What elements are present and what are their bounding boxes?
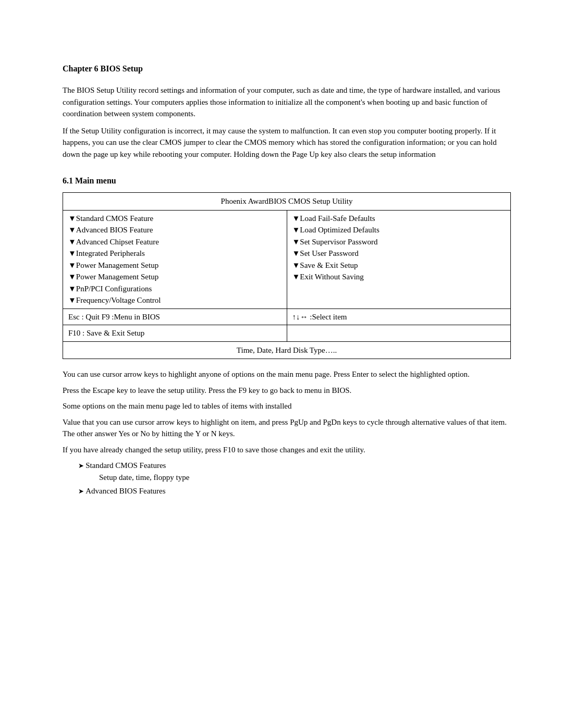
bullet-item-2: Advanced BIOS Features	[73, 485, 511, 497]
footer-left-1: Esc : Quit F9 :Menu in BIOS	[63, 309, 287, 325]
left-item-7: ▼PnP/PCI Configurations	[68, 283, 282, 295]
left-item-6: ▼Power Management Setup	[68, 271, 282, 283]
menu-left-column: ▼Standard CMOS Feature ▼Advanced BIOS Fe…	[63, 210, 287, 309]
right-item-6: ▼Exit Without Saving	[292, 271, 506, 283]
right-item-4: ▼Set User Password	[292, 248, 506, 260]
intro-paragraph-1: The BIOS Setup Utility record settings a…	[63, 84, 511, 120]
left-item-2: ▼Advanced BIOS Feature	[68, 224, 282, 236]
right-item-5: ▼Save & Exit Setup	[292, 260, 506, 272]
post-para-2: Press the Escape key to leave the setup …	[63, 385, 511, 397]
chapter-title: Chapter 6 BIOS Setup	[63, 63, 511, 75]
sub-list-1: Setup date, time, floppy type	[99, 472, 511, 484]
post-para-3: Some options on the main menu page led t…	[63, 400, 511, 412]
table-header: Phoenix AwardBIOS CMOS Setup Utility	[63, 193, 511, 211]
post-para-5: If you have already changed the setup ut…	[63, 444, 511, 456]
feature-list: Standard CMOS Features Setup date, time,…	[73, 460, 511, 497]
bullet-label-2: Advanced BIOS Features	[85, 487, 165, 495]
footer-right-1: ↑↓↔ :Select item	[287, 309, 511, 325]
bullet-label-1: Standard CMOS Features	[85, 461, 166, 470]
main-menu-table: Phoenix AwardBIOS CMOS Setup Utility ▼St…	[63, 192, 511, 359]
right-item-2: ▼Load Optimized Defaults	[292, 224, 506, 236]
intro-paragraph-2: If the Setup Utility configuration is in…	[63, 125, 511, 161]
post-para-4: Value that you can use cursor arrow keys…	[63, 416, 511, 440]
right-item-1: ▼Load Fail-Safe Defaults	[292, 213, 506, 225]
menu-right-column: ▼Load Fail-Safe Defaults ▼Load Optimized…	[287, 210, 511, 309]
bullet-item-1: Standard CMOS Features Setup date, time,…	[73, 460, 511, 483]
left-item-8: ▼Frequency/Voltage Control	[68, 294, 282, 306]
footer-left-2: F10 : Save & Exit Setup	[63, 325, 287, 342]
right-item-3: ▼Set Supervisor Password	[292, 236, 506, 248]
left-item-3: ▼Advanced Chipset Feature	[68, 236, 282, 248]
footer-right-2	[287, 325, 511, 342]
left-item-1: ▼Standard CMOS Feature	[68, 213, 282, 225]
sub-item-1: Setup date, time, floppy type	[99, 472, 511, 484]
left-item-4: ▼Integrated Peripherals	[68, 248, 282, 260]
section-61-title: 6.1 Main menu	[63, 175, 511, 187]
status-bar: Time, Date, Hard Disk Type…..	[63, 341, 511, 359]
post-para-1: You can use cursor arrow keys to highlig…	[63, 368, 511, 380]
left-item-5: ▼Power Management Setup	[68, 260, 282, 272]
